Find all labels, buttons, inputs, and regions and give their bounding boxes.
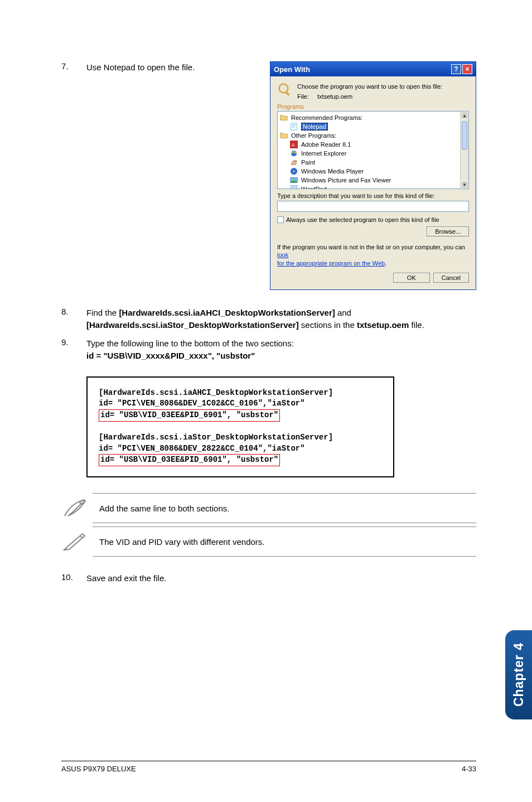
step-number: 8.: [61, 307, 86, 331]
step-text: Find the [HardwareIds.scsi.iaAHCI_Deskto…: [86, 307, 476, 331]
file-name: txtsetup.oem: [317, 93, 352, 100]
code-example: [HardwareIds.scsi.iaAHCI_DesktopWorkstat…: [86, 376, 394, 477]
footer-left: ASUS P9X79 DELUXE: [61, 765, 136, 773]
help-button[interactable]: ?: [451, 64, 461, 74]
always-use-label: Always use the selected program to open …: [286, 216, 439, 223]
step-number: 7.: [61, 61, 86, 74]
option-wmp[interactable]: Windows Media Player: [301, 168, 364, 175]
description-label: Type a description that you want to use …: [277, 192, 469, 199]
highlighted-line: id= "USB\VID_03EE&PID_6901", "usbstor": [99, 409, 280, 422]
dialog-title: Open With: [274, 65, 450, 74]
scrollbar[interactable]: ▲ ▼: [460, 112, 468, 189]
option-wordpad[interactable]: WordPad: [301, 186, 327, 189]
ie-icon: [290, 149, 298, 157]
dialog-instruction: Choose the program you want to use to op…: [297, 83, 469, 90]
svg-point-7: [294, 161, 295, 162]
description-input[interactable]: [277, 201, 469, 212]
step-number: 10.: [61, 572, 86, 584]
browse-button[interactable]: Browse...: [427, 226, 469, 236]
look-link-cont[interactable]: for the appropriate program on the Web: [277, 260, 385, 267]
group-recommended: Recommended Programs:: [291, 114, 362, 121]
chapter-label: Chapter 4: [511, 642, 526, 707]
option-ie[interactable]: Internet Explorer: [301, 150, 346, 157]
svg-point-11: [292, 179, 293, 181]
note-text: The VID and PID vary with different vend…: [99, 530, 265, 547]
svg-rect-1: [285, 91, 290, 96]
step-text: Save and exit the file.: [86, 572, 476, 584]
web-hint: If the program you want is not in the li…: [277, 243, 469, 267]
folder-icon: [280, 114, 288, 122]
open-with-dialog: Open With ? × Choose the program you wan…: [270, 61, 476, 290]
option-notepad[interactable]: Notepad: [301, 123, 328, 131]
cancel-button[interactable]: Cancel: [433, 273, 469, 283]
scroll-down-icon[interactable]: ▼: [461, 181, 468, 189]
programs-listbox[interactable]: Recommended Programs: Notepad Other Prog…: [277, 111, 469, 189]
note-icon: [61, 497, 88, 519]
highlighted-line: id= "USB\VID_03EE&PID_6901", "usbstor": [99, 454, 280, 466]
svg-point-6: [292, 161, 293, 162]
svg-point-5: [291, 151, 297, 157]
svg-text:A: A: [292, 142, 295, 148]
scroll-thumb[interactable]: [462, 122, 467, 149]
ok-button[interactable]: OK: [393, 273, 430, 283]
magnifier-icon: [277, 82, 293, 98]
adobe-reader-icon: A: [290, 141, 298, 148]
paint-icon: [290, 158, 298, 166]
svg-point-0: [279, 84, 288, 93]
svg-point-8: [296, 161, 297, 162]
wmp-icon: [290, 167, 298, 175]
footer-right: 4-33: [462, 765, 476, 773]
step-text: Use Notepad to open the file.: [86, 61, 270, 74]
look-link[interactable]: look: [277, 252, 288, 258]
scroll-up-icon[interactable]: ▲: [461, 112, 468, 119]
pencil-icon: [61, 530, 88, 553]
step-text: Type the following line to the bottom of…: [86, 337, 476, 362]
group-other: Other Programs:: [291, 132, 336, 139]
always-use-checkbox[interactable]: [277, 216, 284, 223]
folder-icon: [280, 132, 288, 139]
option-adobe[interactable]: Adobe Reader 8.1: [301, 141, 351, 148]
wordpad-icon: [290, 185, 298, 189]
wpfv-icon: [290, 176, 298, 184]
file-label: File:: [297, 93, 309, 100]
svg-point-13: [79, 499, 86, 505]
notepad-icon: [290, 123, 298, 131]
programs-tab[interactable]: Programs: [277, 103, 469, 110]
note-text: Add the same line to both sections.: [99, 497, 229, 513]
dialog-titlebar: Open With ? ×: [270, 62, 476, 76]
close-button[interactable]: ×: [462, 64, 472, 74]
option-paint[interactable]: Paint: [301, 159, 315, 166]
svg-rect-2: [291, 123, 297, 130]
option-wpfv[interactable]: Windows Picture and Fax Viewer: [301, 177, 391, 183]
step-number: 9.: [61, 337, 86, 362]
chapter-tab: Chapter 4: [505, 630, 532, 719]
